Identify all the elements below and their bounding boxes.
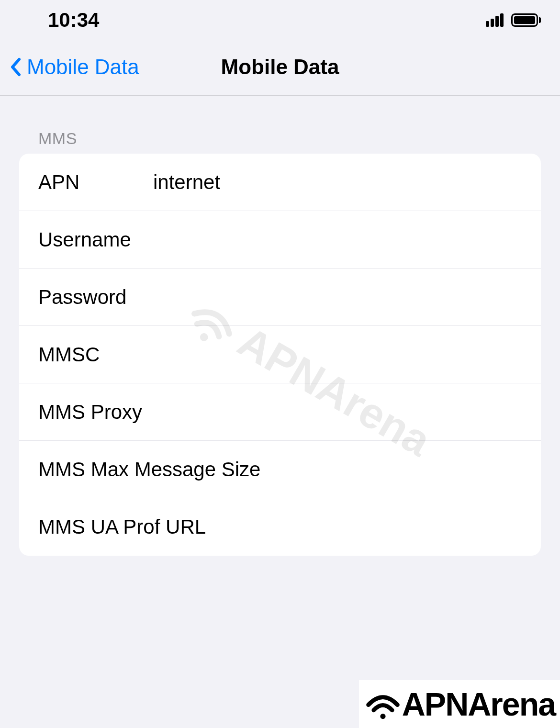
username-row[interactable]: Username — [19, 211, 541, 269]
signal-icon — [486, 13, 504, 27]
password-row[interactable]: Password — [19, 269, 541, 326]
username-input[interactable] — [153, 228, 522, 251]
section-header-mms: MMS — [0, 96, 560, 154]
wifi-icon — [364, 685, 402, 723]
mmsc-row[interactable]: MMSC — [19, 326, 541, 383]
status-time: 10:34 — [48, 9, 99, 32]
mms-proxy-input[interactable] — [269, 401, 522, 424]
mms-max-size-label: MMS Max Message Size — [38, 458, 522, 481]
status-bar: 10:34 — [0, 0, 560, 38]
mmsc-label: MMSC — [38, 343, 153, 366]
brand-footer: APNArena — [359, 680, 560, 728]
apn-row[interactable]: APN — [19, 154, 541, 211]
brand-text: APNArena — [402, 685, 555, 723]
apn-input[interactable] — [153, 171, 522, 194]
apn-label: APN — [38, 171, 153, 194]
username-label: Username — [38, 228, 153, 251]
mms-ua-prof-row[interactable]: MMS UA Prof URL — [19, 498, 541, 556]
svg-point-1 — [380, 714, 385, 719]
mms-settings-group: APN Username Password MMSC MMS Proxy MMS… — [19, 154, 541, 556]
nav-bar: Mobile Data Mobile Data — [0, 38, 560, 96]
page-title: Mobile Data — [221, 55, 339, 79]
mms-proxy-label: MMS Proxy — [38, 401, 269, 424]
password-input[interactable] — [153, 286, 522, 309]
chevron-left-icon — [10, 57, 21, 77]
mmsc-input[interactable] — [153, 343, 522, 366]
mms-ua-prof-label: MMS UA Prof URL — [38, 515, 522, 538]
back-label: Mobile Data — [27, 55, 139, 79]
back-button[interactable]: Mobile Data — [10, 55, 139, 79]
status-indicators — [486, 13, 541, 27]
battery-icon — [511, 13, 541, 27]
mms-max-size-row[interactable]: MMS Max Message Size — [19, 441, 541, 498]
password-label: Password — [38, 286, 153, 309]
mms-proxy-row[interactable]: MMS Proxy — [19, 383, 541, 441]
